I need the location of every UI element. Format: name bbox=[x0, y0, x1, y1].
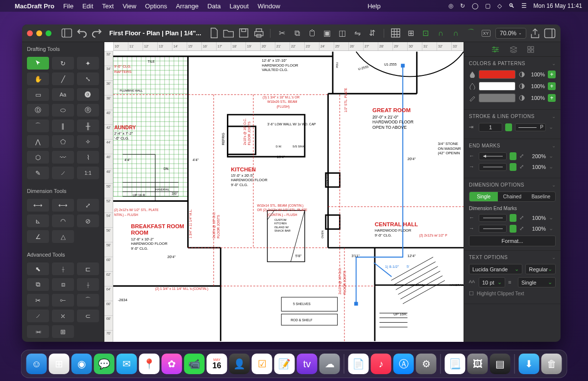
constrained-line-tool[interactable]: ⤡ bbox=[77, 72, 99, 85]
zoom-select[interactable]: 70.0%⌄ bbox=[495, 28, 526, 39]
chevron-down-icon[interactable]: ⌄ bbox=[552, 255, 556, 260]
add-stroke-button[interactable]: + bbox=[548, 82, 556, 90]
eyedropper-tool[interactable]: ✎ bbox=[27, 167, 49, 179]
app-name[interactable]: MacDraft Pro bbox=[15, 2, 54, 10]
snap-icon[interactable]: ⊞ bbox=[405, 27, 416, 39]
pan-tool[interactable]: ✋ bbox=[27, 72, 49, 85]
safari-app[interactable]: ◉ bbox=[72, 354, 92, 374]
mail-app[interactable]: ✉ bbox=[117, 354, 137, 374]
parallel-tool[interactable]: ∥ bbox=[52, 119, 74, 132]
font-weight-select[interactable]: Regular⌄ bbox=[525, 264, 556, 274]
pointer-tool[interactable] bbox=[27, 57, 49, 70]
mode-baseline[interactable]: Baseline bbox=[527, 192, 555, 201]
snap-green2-icon[interactable]: ∩ bbox=[435, 27, 446, 39]
menu-data[interactable]: Data bbox=[207, 2, 220, 10]
stroke-weight-field[interactable] bbox=[479, 123, 502, 132]
dimension-mode-segment[interactable]: Single Chained Baseline bbox=[469, 191, 556, 202]
flip-h-icon[interactable]: ⇋ bbox=[352, 27, 363, 39]
minimize-button[interactable] bbox=[36, 30, 42, 36]
add-pen-button[interactable]: + bbox=[548, 94, 556, 102]
stroke-opacity[interactable]: 100% bbox=[528, 83, 545, 89]
dim-diameter-tool[interactable]: ⊘ bbox=[77, 214, 99, 227]
tab-properties[interactable] bbox=[491, 46, 500, 53]
text-tool[interactable]: Aa bbox=[52, 88, 74, 101]
dim-start-stepper[interactable] bbox=[510, 214, 516, 222]
scale-tool[interactable]: 1:1 bbox=[77, 167, 99, 179]
format-button[interactable]: Format... bbox=[469, 236, 556, 246]
lasso-tool[interactable]: ✦ bbox=[77, 57, 99, 70]
rect-tool[interactable]: ▭ bbox=[27, 88, 49, 101]
contacts-app[interactable]: 👤 bbox=[229, 354, 250, 374]
close-button[interactable] bbox=[27, 30, 33, 36]
circle-r-tool[interactable]: Ⓡ bbox=[77, 104, 99, 117]
menu-window[interactable]: Window bbox=[258, 2, 280, 10]
print-icon[interactable] bbox=[253, 27, 265, 39]
stepper-icon[interactable]: ⌄ bbox=[549, 214, 556, 221]
adv-cut-tool[interactable]: ✂ bbox=[27, 294, 49, 307]
downloads-folder[interactable]: ⬇ bbox=[519, 354, 539, 374]
font-select[interactable]: Lucida Grande⌄ bbox=[469, 264, 522, 274]
start-mark-stepper[interactable] bbox=[510, 152, 516, 160]
dim-end-mark-select[interactable] bbox=[479, 225, 507, 233]
pages-app[interactable]: 📄 bbox=[348, 354, 369, 374]
tab-grid[interactable] bbox=[527, 46, 534, 53]
trash[interactable]: 🗑 bbox=[541, 354, 562, 374]
snap-green1-icon[interactable]: ⊡ bbox=[420, 27, 431, 39]
start-mark-select[interactable] bbox=[479, 152, 507, 160]
end-mark-stepper[interactable] bbox=[510, 163, 516, 171]
end-mark-select[interactable] bbox=[479, 163, 507, 171]
menu-view[interactable]: View bbox=[122, 2, 136, 10]
chevron-down-icon[interactable]: ⌄ bbox=[552, 182, 556, 188]
appstore-app[interactable]: Ⓐ bbox=[393, 354, 414, 374]
spotlight-icon[interactable]: 🔍︎ bbox=[509, 2, 514, 9]
copy-icon[interactable]: ⧉ bbox=[292, 27, 303, 39]
chevron-down-icon[interactable]: ⌄ bbox=[552, 114, 556, 119]
adv-add-tool[interactable]: ⧉ bbox=[27, 278, 49, 291]
dim-slope-tool[interactable]: ⤢ bbox=[77, 199, 99, 212]
menu-edit[interactable]: Edit bbox=[82, 2, 93, 10]
menu-text[interactable]: Text bbox=[102, 2, 114, 10]
freehand-tool[interactable]: 〰 bbox=[52, 151, 74, 164]
fullscreen-button[interactable] bbox=[46, 30, 51, 36]
adv-fillet-tool[interactable]: ⌒ bbox=[77, 294, 99, 307]
podcasts-app[interactable]: ☁ bbox=[319, 354, 340, 374]
mode-single[interactable]: Single bbox=[469, 192, 498, 201]
group-icon[interactable]: ▣ bbox=[321, 27, 333, 39]
user-icon[interactable]: ◯ bbox=[472, 2, 478, 9]
circle-d-tool[interactable]: Ⓓ bbox=[27, 104, 49, 117]
dim-start-mark-select[interactable] bbox=[479, 214, 507, 222]
weight-stepper[interactable] bbox=[505, 123, 512, 131]
snap-green3-icon[interactable]: ∩ bbox=[450, 27, 462, 39]
adv-select-tool[interactable]: ⬉ bbox=[27, 262, 49, 275]
battery-icon[interactable]: ▢ bbox=[485, 2, 490, 9]
grid-icon[interactable] bbox=[390, 27, 401, 39]
stepper-icon[interactable]: ⌄ bbox=[549, 164, 556, 170]
fill-opacity[interactable]: 100% bbox=[528, 71, 545, 77]
menu-help[interactable]: Help bbox=[368, 2, 381, 10]
adv-subtract-tool[interactable]: ⧈ bbox=[52, 278, 74, 291]
dim-horizontal-tool[interactable]: ⟷ bbox=[27, 199, 49, 212]
star-tool[interactable]: ✧ bbox=[77, 135, 99, 148]
start-mark-scale[interactable]: 200% bbox=[529, 153, 546, 159]
calendar-app[interactable]: MAY16 bbox=[207, 354, 227, 374]
dim-perp-tool[interactable]: ⊾ bbox=[27, 214, 49, 227]
adv-distribute-tool[interactable]: ⊞ bbox=[52, 325, 74, 338]
xy-icon[interactable]: XY bbox=[480, 27, 491, 39]
mode-chained[interactable]: Chained bbox=[498, 192, 526, 201]
pen-color-swatch[interactable] bbox=[479, 94, 515, 102]
cc-icon[interactable]: ◎ bbox=[448, 2, 453, 9]
stroke-color-swatch[interactable] bbox=[479, 82, 515, 91]
snap-green4-icon[interactable]: ⌒ bbox=[466, 27, 477, 39]
maps-app[interactable]: 📍 bbox=[139, 354, 160, 374]
tab-layers[interactable] bbox=[510, 46, 517, 53]
menu-file[interactable]: File bbox=[63, 2, 74, 10]
paragraph-tool[interactable]: ⓿ bbox=[77, 88, 99, 101]
facetime-app[interactable]: 📹 bbox=[184, 354, 205, 374]
redo-icon[interactable] bbox=[91, 27, 102, 39]
save-icon[interactable] bbox=[238, 27, 249, 39]
dim-vertical-tool[interactable]: ⟷ bbox=[52, 199, 74, 212]
clock[interactable]: Mon 16 May 11:41 bbox=[534, 2, 582, 9]
new-doc-icon[interactable] bbox=[208, 27, 220, 39]
settings-app[interactable]: ⚙ bbox=[416, 354, 437, 374]
share-icon[interactable] bbox=[529, 27, 541, 39]
